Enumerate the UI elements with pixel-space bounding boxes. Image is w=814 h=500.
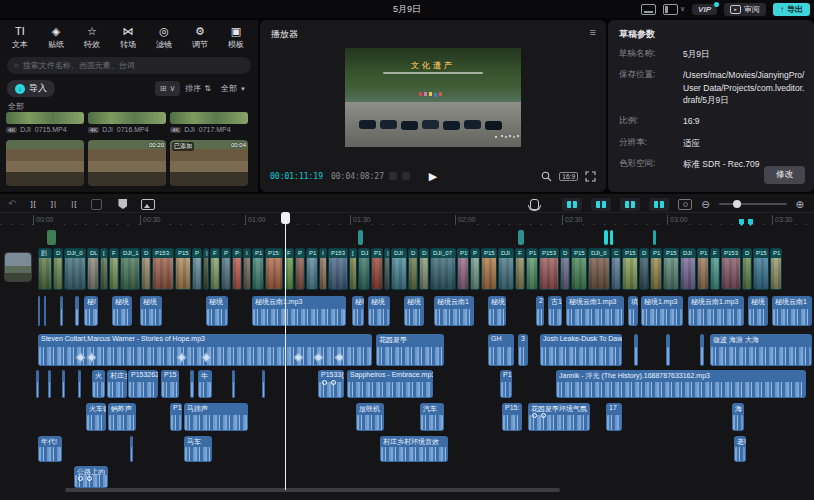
video-clip[interactable]: P15: xyxy=(265,248,283,290)
render-preview-icon[interactable] xyxy=(678,199,692,210)
linkage-toggle[interactable] xyxy=(620,198,640,211)
media-item[interactable]: 已添加 00:04 xyxy=(170,140,248,186)
audio-clip[interactable] xyxy=(666,334,670,366)
audio-clip[interactable]: 火 xyxy=(92,370,105,398)
audio-clip[interactable]: 秘境1.mp3 xyxy=(641,296,683,326)
video-clip[interactable]: D xyxy=(639,248,649,290)
audio-clip[interactable] xyxy=(700,334,704,366)
audio-clip[interactable]: P1 xyxy=(500,370,512,398)
video-clip[interactable]: DJ xyxy=(358,248,370,290)
video-clip[interactable]: D xyxy=(742,248,752,290)
audio-clip[interactable]: 村庄乡 xyxy=(107,370,127,398)
trim-right-icon[interactable]: |[ xyxy=(71,197,77,211)
audio-clip[interactable] xyxy=(130,436,133,462)
audio-clip[interactable] xyxy=(44,296,46,326)
playhead-handle[interactable] xyxy=(281,212,290,224)
video-clip[interactable]: DJI_0 xyxy=(588,248,610,290)
search-input[interactable]: ○ 搜索文件名称、画面元素、台词 xyxy=(7,57,251,74)
video-clip[interactable]: P1 xyxy=(252,248,264,290)
zoom-slider-knob[interactable] xyxy=(733,200,741,208)
audio-clip[interactable]: 秘境 xyxy=(368,296,390,326)
video-clip[interactable]: F xyxy=(210,248,220,290)
audio-clip[interactable]: 花园夏季 xyxy=(376,334,444,366)
audio-clip[interactable]: 海 xyxy=(732,403,744,431)
video-clip[interactable]: F xyxy=(109,248,119,290)
video-clip[interactable]: [ xyxy=(349,248,357,290)
audio-clip[interactable] xyxy=(60,296,63,326)
audio-clip[interactable]: 秘境云南1 xyxy=(772,296,812,326)
video-clip[interactable]: | xyxy=(203,248,209,290)
audio-clip[interactable]: 填 xyxy=(628,296,638,326)
video-clip[interactable]: P xyxy=(470,248,480,290)
audio-clip[interactable]: P153262 xyxy=(128,370,158,398)
video-clip[interactable]: P15 xyxy=(175,248,191,290)
audio-clip[interactable] xyxy=(62,370,65,398)
review-button[interactable]: ▸ 审阅 xyxy=(724,3,766,16)
audio-clip[interactable]: 秘境 xyxy=(404,296,424,326)
video-clip[interactable]: P xyxy=(295,248,305,290)
import-button[interactable]: ↓ 导入 xyxy=(7,80,55,97)
audio-clip[interactable]: 蚂蚱声 xyxy=(108,403,136,431)
audio-clip[interactable]: 秘境云南1.mp3 xyxy=(566,296,624,326)
cover-icon[interactable] xyxy=(141,199,155,210)
undo-icon[interactable]: ↶ xyxy=(8,197,16,211)
audio-clip[interactable]: P15: xyxy=(502,403,522,431)
media-tab[interactable]: TI 文本 xyxy=(2,24,38,50)
video-clip[interactable]: P15 xyxy=(481,248,497,290)
media-tab[interactable]: ◎ 滤镜 xyxy=(146,24,182,50)
audio-clip[interactable] xyxy=(190,370,194,398)
overlay-clip[interactable] xyxy=(610,230,613,245)
overlay-clip[interactable] xyxy=(604,230,608,245)
media-tab[interactable]: ☆ 特效 xyxy=(74,24,110,50)
auto-ripple-toggle[interactable] xyxy=(591,198,611,211)
trim-left-icon[interactable]: ]| xyxy=(51,197,57,211)
video-clip[interactable]: D xyxy=(53,248,63,290)
media-item[interactable]: 4K DJI_0717.MP4 xyxy=(170,112,248,133)
playhead[interactable] xyxy=(285,212,286,490)
export-button[interactable]: ↑ 导出 xyxy=(773,3,810,16)
media-tab[interactable]: ▣ 模板 xyxy=(218,24,254,50)
audio-clip[interactable]: 秘境 xyxy=(748,296,768,326)
video-clip[interactable]: D xyxy=(141,248,151,290)
audio-clip[interactable] xyxy=(78,370,81,398)
overlay-clip[interactable] xyxy=(653,230,656,245)
video-clip[interactable]: I xyxy=(243,248,251,290)
video-clip[interactable]: P153: xyxy=(152,248,174,290)
modify-button[interactable]: 修改 xyxy=(764,166,805,184)
sort-button[interactable]: 排序 ⇅ xyxy=(180,81,216,96)
audio-clip[interactable] xyxy=(262,370,265,398)
audio-clip[interactable]: 秘境 xyxy=(140,296,162,326)
video-clip[interactable]: P xyxy=(192,248,202,290)
zoom-out-icon[interactable]: ⊖ xyxy=(701,199,709,210)
video-clip[interactable]: P1! xyxy=(457,248,469,290)
audio-clip[interactable]: 秘! xyxy=(352,296,364,326)
audio-clip[interactable]: 年代! xyxy=(38,436,62,462)
record-voiceover-icon[interactable] xyxy=(530,199,539,210)
audio-clip[interactable]: 老! xyxy=(734,436,746,462)
overlay-clip[interactable] xyxy=(358,230,363,245)
magnet-toggle[interactable] xyxy=(562,198,582,211)
video-clip[interactable]: P15 xyxy=(571,248,587,290)
audio-clip[interactable] xyxy=(38,296,40,326)
audio-clip[interactable]: 秘境云南1 xyxy=(434,296,474,326)
filter-button[interactable]: 全部 ▼ xyxy=(216,81,251,96)
audio-clip[interactable] xyxy=(36,370,39,398)
video-clip[interactable]: D: xyxy=(419,248,429,290)
video-clip[interactable]: P153 xyxy=(328,248,348,290)
video-clip[interactable]: C xyxy=(611,248,621,290)
video-clip[interactable]: F xyxy=(515,248,525,290)
audio-clip[interactable]: 微波 海浪 大海 xyxy=(710,334,812,366)
audio-clip[interactable]: P15 xyxy=(161,370,179,398)
video-clip[interactable]: P153 xyxy=(539,248,559,290)
audio-clip[interactable]: 17 xyxy=(606,403,622,431)
vip-badge[interactable]: VIP xyxy=(692,4,717,15)
audio-clip[interactable] xyxy=(232,370,235,398)
hamburger-icon[interactable]: ≡ xyxy=(590,26,596,38)
audio-clip[interactable]: 秘境 xyxy=(206,296,228,326)
audio-clip[interactable]: 村庄乡村环境音效 xyxy=(380,436,448,462)
audio-clip[interactable]: 牛 xyxy=(198,370,212,398)
video-clip[interactable]: P15 xyxy=(753,248,769,290)
zoom-in-icon[interactable]: ⊕ xyxy=(796,199,804,210)
layout-bottom-icon[interactable] xyxy=(641,4,656,15)
mask-icon[interactable] xyxy=(118,199,127,209)
